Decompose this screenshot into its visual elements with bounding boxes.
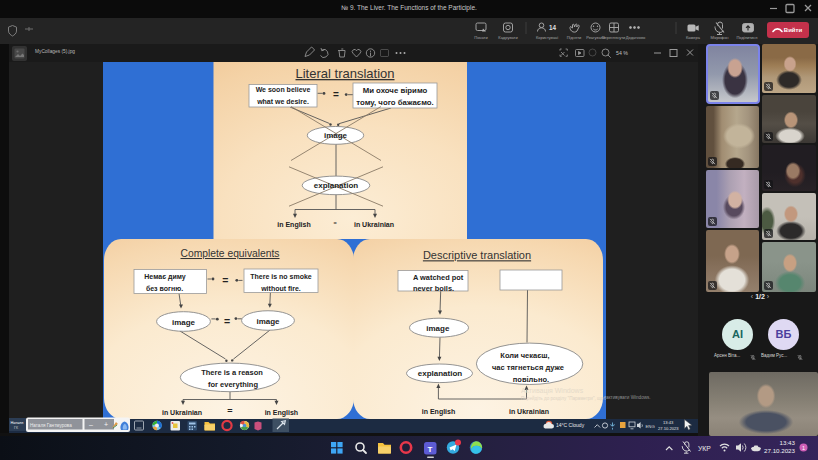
svg-text:тому, чого бажаємо.: тому, чого бажаємо. xyxy=(356,98,434,107)
svg-text:image: image xyxy=(172,318,196,327)
svg-text:Активація Windows: Активація Windows xyxy=(521,387,584,395)
svg-text:без вогню.: без вогню. xyxy=(146,285,183,292)
svg-text:in Ukrainian: in Ukrainian xyxy=(509,408,549,415)
svg-text:There is a reason: There is a reason xyxy=(201,368,263,377)
svg-text:explanation: explanation xyxy=(314,181,359,190)
svg-text:There is no smoke: There is no smoke xyxy=(250,273,312,280)
svg-text:Камера: Камера xyxy=(686,35,701,40)
svg-text:Додатково: Додатково xyxy=(626,35,646,40)
svg-text:in English: in English xyxy=(277,221,310,229)
svg-text:Ми охоче віримо: Ми охоче віримо xyxy=(363,86,428,95)
svg-text:13:43: 13:43 xyxy=(663,420,674,425)
svg-text:what we desire.: what we desire. xyxy=(256,98,309,105)
svg-text:explanation: explanation xyxy=(418,369,463,378)
svg-text:in Ukrainian: in Ukrainian xyxy=(354,221,394,228)
svg-text:час тягнеться дуже: час тягнеться дуже xyxy=(492,363,564,372)
svg-text:14: 14 xyxy=(549,24,557,31)
svg-text:13:43: 13:43 xyxy=(780,439,796,446)
svg-text:T: T xyxy=(428,445,433,454)
svg-text:Descriptive translation: Descriptive translation xyxy=(423,249,531,261)
svg-text:27.10.2023: 27.10.2023 xyxy=(764,447,796,454)
svg-text:Немає диму: Немає диму xyxy=(144,273,185,281)
svg-text:in English: in English xyxy=(265,409,298,417)
svg-text:14°C Cloudy: 14°C Cloudy xyxy=(556,422,585,428)
svg-text:image: image xyxy=(256,317,280,326)
svg-text:Наталя Гантмурова: Наталя Гантмурова xyxy=(30,423,72,428)
svg-text:Переглянути: Переглянути xyxy=(602,35,626,40)
svg-text:ENG: ENG xyxy=(646,424,656,429)
svg-text:=: = xyxy=(224,315,230,327)
svg-text:image: image xyxy=(426,324,450,333)
svg-text:1: 1 xyxy=(802,445,805,451)
svg-text:A watched pot: A watched pot xyxy=(413,273,464,282)
svg-text:=: = xyxy=(333,220,336,226)
svg-text:image: image xyxy=(324,131,348,140)
svg-text:Мікрофон: Мікрофон xyxy=(710,35,728,40)
svg-text:54 %: 54 % xyxy=(616,50,628,56)
svg-text:without fire.: without fire. xyxy=(260,285,301,292)
svg-text:Підняти: Підняти xyxy=(567,35,582,40)
svg-text:Поділитися: Поділитися xyxy=(736,35,757,40)
svg-text:Кадрувати: Кадрувати xyxy=(498,35,517,40)
svg-text:for everything: for everything xyxy=(208,380,258,389)
svg-text:27.10.2023: 27.10.2023 xyxy=(658,426,679,431)
svg-text:in English: in English xyxy=(422,408,455,416)
svg-text:=: = xyxy=(227,406,232,416)
svg-text:Complete equivalents: Complete equivalents xyxy=(180,248,279,259)
svg-text:Наталя: Наталя xyxy=(11,421,24,425)
svg-text:УКР: УКР xyxy=(698,445,711,452)
svg-text:повільно.: повільно. xyxy=(513,375,549,384)
svg-text:=: = xyxy=(222,274,228,286)
svg-text:Почати: Почати xyxy=(474,35,487,40)
svg-text:Literal translation: Literal translation xyxy=(296,66,395,81)
svg-text:We soon believe: We soon believe xyxy=(256,86,311,93)
svg-text:–: – xyxy=(89,421,93,428)
svg-text:=: = xyxy=(333,89,339,100)
svg-text:in Ukrainian: in Ukrainian xyxy=(162,409,202,416)
svg-text:+: + xyxy=(104,421,108,428)
svg-text:Коли чекаєш,: Коли чекаєш, xyxy=(500,351,549,360)
svg-text:Користувачі: Користувачі xyxy=(536,35,558,40)
svg-text:Перейдіть до розділу "Параметр: Перейдіть до розділу "Параметри", щоб xyxy=(521,395,606,401)
svg-text:never boils.: never boils. xyxy=(413,284,454,293)
